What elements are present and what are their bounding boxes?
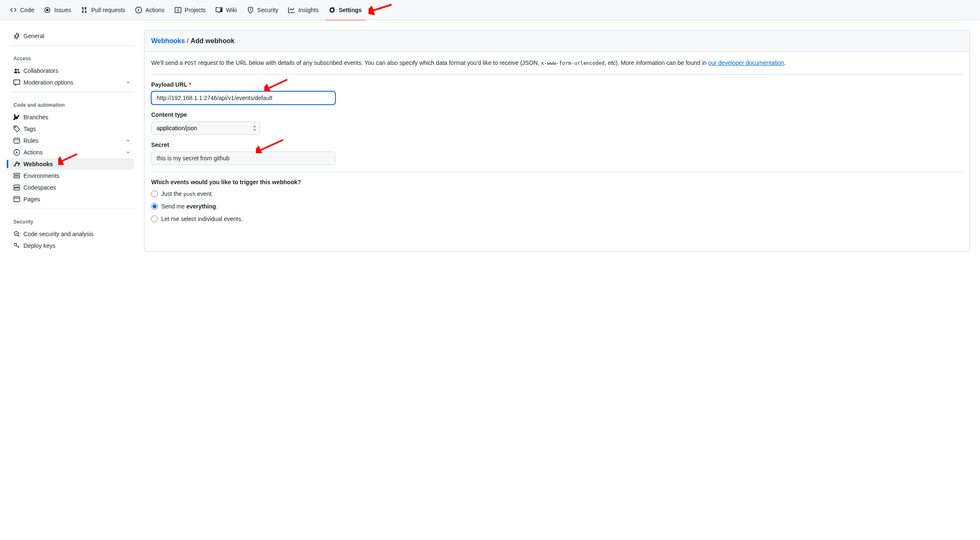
environments-icon bbox=[13, 172, 20, 179]
sidebar-label: Pages bbox=[23, 196, 40, 203]
tag-icon bbox=[13, 126, 20, 132]
sidebar-item-code-security[interactable]: Code security and analysis bbox=[10, 228, 134, 240]
sidebar-label: Code security and analysis bbox=[23, 231, 93, 237]
svg-rect-4 bbox=[14, 173, 20, 175]
payload-url-label: Payload URL * bbox=[151, 81, 963, 88]
sidebar-heading-access: Access bbox=[10, 52, 134, 65]
chevron-down-icon bbox=[126, 80, 131, 85]
repo-tabs: Code Issues Pull requests Actions Projec… bbox=[0, 0, 980, 20]
people-icon bbox=[13, 67, 20, 74]
tab-wiki[interactable]: Wiki bbox=[212, 0, 240, 20]
browser-icon bbox=[13, 196, 20, 203]
breadcrumb: Webhooks / Add webhook bbox=[144, 31, 970, 52]
book-icon bbox=[216, 7, 222, 13]
sidebar-item-collaborators[interactable]: Collaborators bbox=[10, 65, 134, 77]
tab-label: Wiki bbox=[226, 7, 237, 13]
sidebar-item-moderation[interactable]: Moderation options bbox=[10, 77, 134, 88]
secret-group: Secret bbox=[151, 141, 963, 165]
form-encoded-code: x-www-form-urlencoded bbox=[541, 60, 605, 66]
sidebar-item-general[interactable]: General bbox=[10, 30, 134, 42]
tab-label: Issues bbox=[54, 7, 71, 13]
dev-docs-link[interactable]: our developer documentation bbox=[708, 59, 784, 66]
event-radio-everything[interactable] bbox=[151, 203, 158, 210]
tab-label: Security bbox=[257, 7, 279, 13]
sidebar-label: Deploy keys bbox=[23, 242, 55, 249]
tab-label: Settings bbox=[339, 7, 362, 13]
comment-icon bbox=[13, 79, 20, 86]
sidebar-item-actions[interactable]: Actions bbox=[10, 147, 134, 158]
breadcrumb-parent-link[interactable]: Webhooks bbox=[151, 37, 185, 44]
svg-line-0 bbox=[372, 5, 392, 11]
tab-issues[interactable]: Issues bbox=[41, 0, 74, 20]
rules-icon bbox=[13, 137, 20, 144]
svg-rect-9 bbox=[14, 197, 20, 202]
tab-actions[interactable]: Actions bbox=[132, 0, 168, 20]
tab-label: Insights bbox=[298, 7, 318, 13]
sidebar-label: Collaborators bbox=[23, 67, 58, 74]
content-type-label: Content type bbox=[151, 111, 963, 118]
sidebar-item-branches[interactable]: Branches bbox=[10, 111, 134, 123]
tab-security[interactable]: Security bbox=[244, 0, 282, 20]
tab-label: Projects bbox=[185, 7, 206, 13]
tab-projects[interactable]: Projects bbox=[171, 0, 209, 20]
svg-rect-6 bbox=[14, 185, 20, 187]
event-option-just-push[interactable]: Just the push event. bbox=[151, 190, 963, 197]
tab-code[interactable]: Code bbox=[7, 0, 37, 20]
sidebar-label: Moderation options bbox=[23, 79, 73, 86]
sidebar-item-webhooks[interactable]: Webhooks bbox=[10, 158, 134, 170]
event-option-individual[interactable]: Let me select individual events. bbox=[151, 216, 963, 222]
project-icon bbox=[175, 7, 181, 13]
svg-point-10 bbox=[14, 231, 18, 236]
secret-label: Secret bbox=[151, 141, 963, 148]
sidebar-label: Branches bbox=[23, 114, 48, 121]
tab-settings[interactable]: Settings bbox=[325, 0, 365, 20]
svg-rect-5 bbox=[14, 176, 20, 178]
divider bbox=[10, 92, 134, 92]
divider bbox=[10, 208, 134, 209]
event-radio-just-push[interactable] bbox=[151, 190, 158, 197]
svg-rect-1 bbox=[14, 138, 20, 143]
sidebar-label: Codespaces bbox=[23, 184, 56, 191]
gear-icon bbox=[13, 33, 20, 39]
breadcrumb-current: Add webhook bbox=[191, 37, 235, 44]
webhook-icon bbox=[13, 161, 20, 167]
settings-sidebar: General Access Collaborators Moderation … bbox=[10, 30, 134, 252]
event-option-everything[interactable]: Send me everything. bbox=[151, 203, 963, 210]
payload-url-input[interactable] bbox=[151, 91, 335, 105]
event-radio-individual[interactable] bbox=[151, 216, 158, 222]
play-icon bbox=[13, 149, 20, 156]
sidebar-item-pages[interactable]: Pages bbox=[10, 193, 134, 205]
chevron-down-icon bbox=[126, 138, 131, 143]
shield-icon bbox=[247, 7, 254, 13]
secret-input[interactable] bbox=[151, 152, 335, 165]
sidebar-label: Environments bbox=[23, 172, 59, 179]
divider bbox=[10, 45, 134, 46]
post-code: POST bbox=[184, 60, 196, 66]
tab-pull-requests[interactable]: Pull requests bbox=[78, 0, 129, 20]
sidebar-label: Webhooks bbox=[23, 161, 53, 167]
sidebar-label: General bbox=[23, 33, 44, 39]
tab-label: Pull requests bbox=[91, 7, 125, 13]
issue-icon bbox=[44, 7, 51, 13]
pr-icon bbox=[81, 7, 88, 13]
tab-insights[interactable]: Insights bbox=[285, 0, 322, 20]
chevron-down-icon bbox=[126, 150, 131, 155]
help-text: We'll send a POST request to the URL bel… bbox=[151, 59, 963, 67]
sidebar-item-environments[interactable]: Environments bbox=[10, 170, 134, 182]
svg-point-8 bbox=[15, 189, 15, 189]
tab-label: Code bbox=[20, 7, 34, 13]
content-type-select[interactable]: application/json bbox=[151, 121, 260, 135]
sidebar-label: Actions bbox=[23, 149, 43, 156]
sidebar-item-deploy-keys[interactable]: Deploy keys bbox=[10, 240, 134, 252]
content-type-group: Content type application/json bbox=[151, 111, 963, 135]
breadcrumb-sep: / bbox=[185, 37, 191, 44]
gear-icon bbox=[329, 7, 335, 13]
tab-label: Actions bbox=[145, 7, 165, 13]
sidebar-item-tags[interactable]: Tags bbox=[10, 123, 134, 135]
sidebar-heading-code: Code and automation bbox=[10, 99, 134, 111]
graph-icon bbox=[288, 7, 295, 13]
sidebar-item-codespaces[interactable]: Codespaces bbox=[10, 182, 134, 193]
sidebar-item-rules[interactable]: Rules bbox=[10, 135, 134, 147]
divider bbox=[151, 74, 963, 75]
codespaces-icon bbox=[13, 184, 20, 191]
